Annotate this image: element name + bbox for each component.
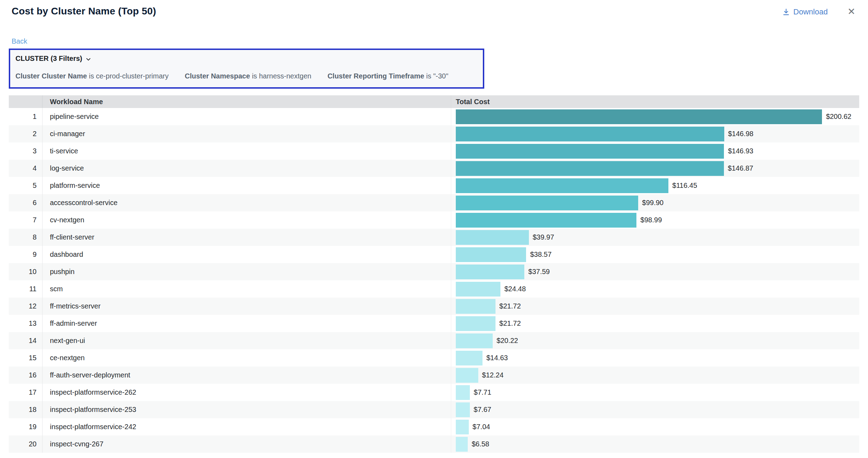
filter-panel: CLUSTER (3 Filters) Cluster Cluster Name… <box>9 49 484 89</box>
cost-bar <box>456 230 529 245</box>
row-rank: 12 <box>9 298 42 315</box>
workload-name-column-header: Workload Name <box>42 95 451 108</box>
table-row: 11scm$24.48 <box>9 280 859 298</box>
table-row: 12ff-metrics-server$21.72 <box>9 298 859 315</box>
row-rank: 13 <box>9 315 42 332</box>
workload-name-cell: next-gen-ui <box>42 332 451 349</box>
cost-value-label: $146.93 <box>728 147 753 155</box>
close-icon[interactable]: ✕ <box>847 7 855 17</box>
filter-value: ce-prod-cluster-primary <box>96 72 169 80</box>
filter-label: Cluster Cluster Name <box>15 72 87 80</box>
row-rank: 7 <box>9 211 42 229</box>
total-cost-cell: $14.63 <box>451 349 859 367</box>
workload-name-cell: inspect-cvng-267 <box>42 435 451 453</box>
table-row: 4log-service$146.87 <box>9 160 859 177</box>
download-icon <box>782 8 790 16</box>
workload-name-cell: platform-service <box>42 177 451 194</box>
row-rank: 14 <box>9 332 42 349</box>
row-rank: 6 <box>9 194 42 211</box>
workload-name-cell: ff-admin-server <box>42 315 451 332</box>
row-rank: 3 <box>9 142 42 160</box>
chevron-down-icon <box>85 55 91 62</box>
workload-name-cell: log-service <box>42 160 451 177</box>
cost-table: Workload Name Total Cost 1pipeline-servi… <box>9 95 859 453</box>
total-cost-cell: $7.04 <box>451 418 859 435</box>
page-title: Cost by Cluster Name (Top 50) <box>12 6 156 17</box>
download-label: Download <box>793 7 828 17</box>
filter-label: Cluster Namespace <box>185 72 250 80</box>
row-rank: 20 <box>9 435 42 453</box>
total-cost-cell: $146.87 <box>451 160 859 177</box>
cost-value-label: $7.04 <box>473 423 490 431</box>
table-row: 20inspect-cvng-267$6.58 <box>9 435 859 453</box>
cost-value-label: $146.98 <box>728 130 753 138</box>
row-rank: 9 <box>9 246 42 263</box>
cost-value-label: $24.48 <box>504 285 526 293</box>
total-cost-cell: $38.57 <box>451 246 859 263</box>
total-cost-cell: $98.99 <box>451 211 859 229</box>
cost-value-label: $98.99 <box>640 216 662 224</box>
cost-value-label: $200.62 <box>826 113 851 121</box>
cost-value-label: $99.90 <box>642 199 663 207</box>
cost-bar <box>456 402 470 417</box>
total-cost-cell: $146.98 <box>451 125 859 142</box>
filter-condition: is <box>424 72 433 80</box>
total-cost-cell: $24.48 <box>451 280 859 298</box>
total-cost-cell: $99.90 <box>451 194 859 211</box>
filter-group-toggle[interactable]: CLUSTER (3 Filters) <box>15 55 478 63</box>
download-button[interactable]: Download <box>782 7 828 17</box>
cost-value-label: $38.57 <box>530 250 551 259</box>
table-row: 6accesscontrol-service$99.90 <box>9 194 859 211</box>
total-cost-cell: $7.71 <box>451 384 859 401</box>
table-header: Workload Name Total Cost <box>9 95 859 108</box>
total-cost-cell: $200.62 <box>451 108 859 125</box>
total-cost-cell: $39.97 <box>451 229 859 246</box>
cost-bar <box>456 265 524 279</box>
modal-header: Cost by Cluster Name (Top 50) Download ✕ <box>0 0 868 17</box>
row-rank: 11 <box>9 280 42 298</box>
filter-chip-cluster-name: Cluster Cluster Name is ce-prod-cluster-… <box>15 72 169 80</box>
cost-bar <box>456 437 468 452</box>
workload-name-cell: ci-manager <box>42 125 451 142</box>
cost-bar <box>456 213 636 228</box>
cost-value-label: $21.72 <box>499 302 521 310</box>
cost-value-label: $116.45 <box>672 182 697 190</box>
total-cost-cell: $12.24 <box>451 367 859 384</box>
cost-bar <box>456 385 470 400</box>
cost-value-label: $12.24 <box>482 371 504 379</box>
back-link[interactable]: Back <box>12 37 27 45</box>
workload-name-cell: scm <box>42 280 451 298</box>
row-rank: 4 <box>9 160 42 177</box>
workload-name-cell: ff-auth-server-deployment <box>42 367 451 384</box>
cost-bar <box>456 333 493 348</box>
row-rank: 19 <box>9 418 42 435</box>
cost-bar <box>456 247 526 262</box>
workload-name-cell: ff-metrics-server <box>42 298 451 315</box>
cost-value-label: $21.72 <box>499 319 521 327</box>
workload-name-cell: pipeline-service <box>42 108 451 125</box>
header-actions: Download ✕ <box>782 6 855 17</box>
cost-value-label: $7.71 <box>474 388 491 396</box>
cost-bar <box>456 109 822 124</box>
cost-bar <box>456 161 724 176</box>
table-row: 14next-gen-ui$20.22 <box>9 332 859 349</box>
row-rank: 17 <box>9 384 42 401</box>
row-rank: 18 <box>9 401 42 418</box>
workload-name-cell: inspect-platformservice-242 <box>42 418 451 435</box>
row-rank: 1 <box>9 108 42 125</box>
cost-value-label: $39.97 <box>533 233 554 241</box>
table-row: 2ci-manager$146.98 <box>9 125 859 142</box>
filter-condition: is <box>87 72 96 80</box>
cost-bar <box>456 299 495 314</box>
cost-value-label: $37.59 <box>528 268 550 276</box>
workload-name-cell: ce-nextgen <box>42 349 451 367</box>
cost-bar <box>456 282 500 297</box>
total-cost-column-header: Total Cost <box>451 95 859 108</box>
cost-bar <box>456 144 724 159</box>
filter-value: "-30" <box>433 72 448 80</box>
cost-bar <box>456 196 638 210</box>
cost-value-label: $6.58 <box>472 440 489 448</box>
workload-name-cell: pushpin <box>42 263 451 280</box>
table-row: 17inspect-platformservice-262$7.71 <box>9 384 859 401</box>
filter-label: Cluster Reporting Timeframe <box>328 72 424 80</box>
